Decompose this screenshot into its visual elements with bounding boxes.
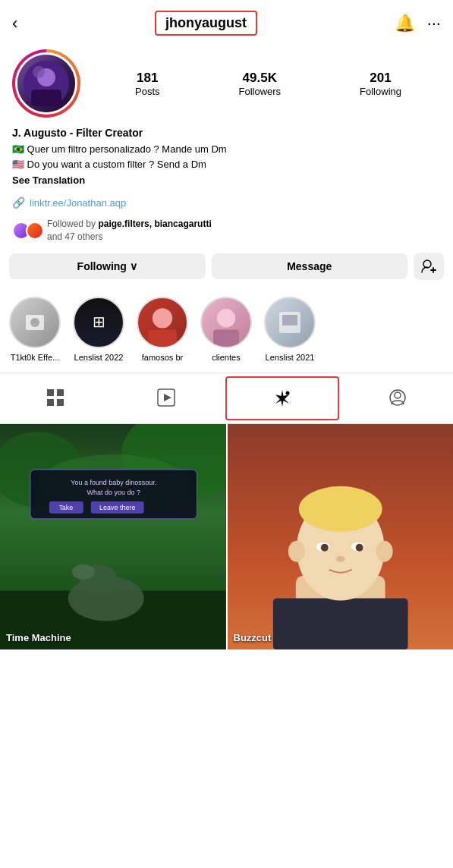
more-options-icon[interactable]: ··· <box>427 14 441 33</box>
effects-tab[interactable] <box>225 376 339 420</box>
svg-rect-2 <box>31 90 61 106</box>
stats-row: 181 Posts 49.5K Followers 201 Following <box>96 71 441 97</box>
follower-avatar-2 <box>26 222 44 240</box>
bio-name: J. Augusto - Filter Creator <box>12 127 441 139</box>
svg-point-22 <box>285 391 289 395</box>
highlights-row: T1kt0k Effe... ⊞ Lenslist 2022 famosos b… <box>0 291 453 373</box>
reels-tab[interactable] <box>111 373 222 423</box>
followed-avatars <box>12 222 39 240</box>
svg-point-32 <box>72 564 95 579</box>
followed-by: Followed by paige.filters, biancagarutti… <box>0 215 453 253</box>
effects-icon <box>271 387 294 410</box>
svg-point-50 <box>355 543 363 551</box>
highlight-label-4: Lenslist 2021 <box>266 353 315 362</box>
svg-point-8 <box>30 318 39 327</box>
svg-point-10 <box>153 308 172 328</box>
svg-rect-11 <box>148 329 177 347</box>
svg-rect-17 <box>57 389 64 396</box>
nav-icons: 🔔 ··· <box>395 14 441 33</box>
bio-line-2: 🇺🇸 Do you want a custom filter ? Send a … <box>12 157 441 172</box>
svg-point-51 <box>335 555 344 561</box>
reels-icon <box>156 388 176 407</box>
add-person-button[interactable] <box>414 253 444 280</box>
highlight-item-1[interactable]: ⊞ Lenslist 2022 <box>73 297 124 362</box>
highlight-item-2[interactable]: famosos br <box>137 297 188 362</box>
grid-item-1[interactable]: Buzzcut <box>228 424 454 650</box>
highlight-label-1: Lenslist 2022 <box>74 353 124 362</box>
link-icon: 🔗 <box>12 197 25 209</box>
buzzcut-thumbnail <box>228 424 454 650</box>
see-translation-button[interactable]: See Translation <box>12 175 441 186</box>
svg-rect-19 <box>57 399 64 406</box>
tab-bar <box>0 373 453 424</box>
highlight-item-3[interactable]: clientes <box>200 297 252 362</box>
message-button[interactable]: Message <box>212 253 408 279</box>
highlight-item-4[interactable]: Lenslist 2021 <box>264 297 316 362</box>
grid-item-label-1: Buzzcut <box>234 632 272 643</box>
tagged-tab[interactable] <box>342 373 453 423</box>
username-display: jhonyaugust <box>155 11 257 36</box>
followed-by-text: Followed by paige.filters, biancagarutti… <box>47 218 212 244</box>
tagged-icon <box>388 388 407 407</box>
notifications-icon[interactable]: 🔔 <box>395 14 415 33</box>
grid-tab[interactable] <box>0 373 111 423</box>
highlight-label-0: T1kt0k Effe... <box>11 353 60 362</box>
bio-section: J. Augusto - Filter Creator 🇧🇷 Quer um f… <box>0 127 453 193</box>
svg-point-12 <box>217 309 235 327</box>
svg-point-45 <box>376 540 392 561</box>
svg-point-46 <box>298 486 382 531</box>
profile-link: 🔗 linktr.ee/Jonathan.aqp <box>0 193 453 215</box>
grid-icon <box>46 388 65 407</box>
highlight-label-2: famosos br <box>142 353 183 362</box>
top-nav: ‹ jhonyaugust 🔔 ··· <box>0 0 453 43</box>
svg-point-44 <box>288 540 304 561</box>
avatar[interactable] <box>12 49 80 118</box>
following-stat[interactable]: 201 Following <box>360 71 401 97</box>
svg-rect-18 <box>47 399 54 406</box>
svg-rect-16 <box>47 389 54 396</box>
followers-stat[interactable]: 49.5K Followers <box>238 71 281 97</box>
svg-text:You a found baby dinossour.: You a found baby dinossour. <box>71 478 156 486</box>
svg-text:Take: Take <box>58 503 73 511</box>
svg-rect-42 <box>272 598 407 649</box>
grid-item-label-0: Time Machine <box>6 632 71 643</box>
svg-text:What do you do ?: What do you do ? <box>87 488 140 495</box>
following-button[interactable]: Following ∨ <box>9 253 206 279</box>
svg-marker-21 <box>164 394 171 401</box>
svg-rect-13 <box>213 329 239 347</box>
highlight-label-3: clientes <box>212 353 240 362</box>
svg-text:⊞: ⊞ <box>93 313 105 330</box>
svg-point-49 <box>320 543 328 551</box>
profile-url[interactable]: linktr.ee/Jonathan.aqp <box>30 197 126 209</box>
back-button[interactable]: ‹ <box>12 14 17 33</box>
time-machine-thumbnail: You a found baby dinossour. What do you … <box>0 424 226 650</box>
profile-header: 181 Posts 49.5K Followers 201 Following <box>0 43 453 127</box>
svg-point-3 <box>33 66 45 78</box>
posts-stat[interactable]: 181 Posts <box>135 71 160 97</box>
highlight-item-0[interactable]: T1kt0k Effe... <box>9 297 61 362</box>
svg-text:Leave there: Leave there <box>99 503 135 511</box>
svg-rect-15 <box>282 315 297 326</box>
svg-point-24 <box>395 392 401 398</box>
photo-grid: You a found baby dinossour. What do you … <box>0 424 453 650</box>
grid-item-0[interactable]: You a found baby dinossour. What do you … <box>0 424 226 650</box>
bio-line-1: 🇧🇷 Quer um filtro personalizado ? Mande … <box>12 142 441 157</box>
action-buttons: Following ∨ Message <box>0 253 453 291</box>
add-person-icon <box>421 259 436 273</box>
